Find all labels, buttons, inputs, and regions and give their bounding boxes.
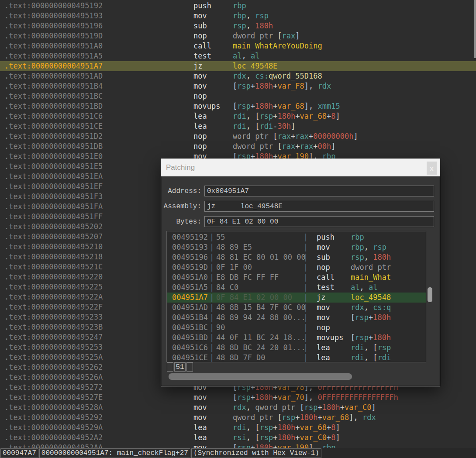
asm-operand: 180h bbox=[255, 21, 273, 30]
asm-row[interactable]: .text:00000000004951A5testal, al bbox=[0, 51, 476, 61]
spin-decrement-button[interactable] bbox=[167, 362, 173, 372]
asm-row[interactable]: .text:000000000049519Dnopdword ptr [rax] bbox=[0, 31, 476, 41]
asm-operand: [ bbox=[273, 132, 277, 141]
dialog-title: Patching bbox=[161, 163, 195, 172]
bytes-input[interactable] bbox=[204, 216, 434, 227]
asm-row[interactable]: .text:00000000004951A0callmain_WhatAreYo… bbox=[0, 41, 476, 51]
asm-operand: 00h bbox=[318, 142, 331, 151]
asm-operand: rdx bbox=[318, 82, 331, 90]
vertical-scrollbar-thumb[interactable] bbox=[428, 287, 432, 302]
main-scrollbar-thumb[interactable] bbox=[474, 0, 476, 58]
asm-operand: rsp bbox=[255, 11, 269, 20]
column-separator: | bbox=[299, 262, 312, 272]
hex-row[interactable]: 004951A0|E8 DB FC FF FF|callmain_What bbox=[167, 272, 426, 282]
asm-operand: + bbox=[273, 393, 277, 402]
asm-operand: cs: bbox=[255, 72, 269, 80]
asm-row[interactable]: .text:000000000049529Aleardi, [rsp+180h+… bbox=[0, 423, 476, 433]
asm-mnemonic: call bbox=[193, 41, 233, 51]
hex-operand: + bbox=[369, 313, 373, 323]
asm-row[interactable]: .text:000000000049528Amovrdx, qword ptr … bbox=[0, 403, 476, 413]
asm-mnemonic: movups bbox=[193, 101, 233, 111]
asm-address: .text:000000000049527E bbox=[4, 393, 193, 403]
hex-row[interactable]: 00495193|48 89 E5|movrbp, rsp bbox=[167, 242, 426, 252]
assembly-input[interactable] bbox=[204, 201, 434, 212]
asm-operand: rbp bbox=[233, 1, 246, 10]
bytes-label: Bytes: bbox=[161, 218, 201, 226]
hex-row[interactable]: 00495192|55|pushrbp bbox=[167, 232, 426, 242]
hex-row[interactable]: 00495196|48 81 EC 80 01 00 00|subrsp, 18… bbox=[167, 252, 426, 262]
asm-operand: + bbox=[273, 102, 277, 110]
dialog-titlebar[interactable]: Patching bbox=[161, 159, 440, 176]
asm-operand: 180h bbox=[277, 423, 295, 432]
asm-operand: rax bbox=[300, 142, 314, 151]
dialog-fields: Address: Assembly: Bytes: bbox=[161, 186, 440, 231]
hex-bytes: 90 bbox=[216, 323, 299, 333]
hex-address: 004951C6 bbox=[172, 343, 207, 353]
spin-increment-button[interactable] bbox=[186, 362, 193, 372]
status-location: 00000000004951A7: main_checkFlag+27 bbox=[39, 448, 190, 458]
hex-row[interactable]: 004951A7|0F 84 E1 02 00 00|jzloc_49548 bbox=[167, 293, 426, 303]
asm-mnemonic: lea bbox=[193, 121, 233, 131]
asm-row[interactable]: .text:000000000049527Emov[rsp+180h+var_7… bbox=[0, 393, 476, 403]
asm-row[interactable]: .text:0000000000495192pushrbp bbox=[0, 1, 476, 11]
asm-row[interactable]: .text:00000000004952A2learsi, [rsp+180h+… bbox=[0, 433, 476, 443]
asm-operand: rsp bbox=[237, 82, 251, 90]
asm-operand: var_70 bbox=[277, 393, 304, 402]
asm-operand: rdx bbox=[233, 72, 246, 80]
asm-row[interactable]: .text:0000000000495193movrbp, rsp bbox=[0, 11, 476, 21]
hex-bytes: 48 89 E5 bbox=[216, 242, 299, 252]
asm-address: .text:00000000004951BD bbox=[4, 101, 193, 111]
hex-operand: rbp bbox=[351, 242, 364, 252]
hex-row[interactable]: 004951B4|48 89 94 24 88 00...|mov[rsp+18… bbox=[167, 313, 426, 323]
hex-row[interactable]: 004951AD|48 8B 15 B4 7F 0C 00|movrdx, cs… bbox=[167, 303, 426, 313]
asm-operand: xmm15 bbox=[318, 102, 340, 110]
asm-row[interactable]: .text:00000000004951CEleardi, [rdi-30h] bbox=[0, 121, 476, 131]
asm-mnemonic: nop bbox=[193, 131, 233, 141]
asm-row[interactable]: .text:00000000004951B4mov[rsp+180h+var_F… bbox=[0, 81, 476, 91]
hex-row[interactable]: 004951BD|44 0F 11 BC 24 18...|movups[rsp… bbox=[167, 333, 426, 343]
hex-row[interactable]: 004951BC|90|nop bbox=[167, 323, 426, 333]
asm-mnemonic: test bbox=[193, 51, 233, 61]
hex-row[interactable]: 004951CE|48 8D 7F D0|leardi, [rdi bbox=[167, 353, 426, 362]
hex-row[interactable]: 004951C6|48 8D BC 24 20 01...|leardi, [r… bbox=[167, 343, 426, 353]
close-icon[interactable]: x bbox=[427, 162, 437, 175]
address-input[interactable] bbox=[204, 186, 434, 196]
asm-row[interactable]: .text:00000000004951ADmovrdx, cs:qword_5… bbox=[0, 71, 476, 81]
asm-operand: + bbox=[313, 142, 317, 151]
hex-row[interactable]: 004951A5|84 C0|testal, al bbox=[167, 282, 426, 293]
asm-operand: + bbox=[309, 132, 313, 141]
asm-mnemonic: sub bbox=[193, 21, 233, 31]
asm-row[interactable]: .text:0000000000495196subrsp, 180h bbox=[0, 21, 476, 31]
asm-row[interactable]: .text:00000000004951BCnop bbox=[0, 91, 476, 101]
asm-operand: + bbox=[251, 82, 255, 90]
asm-operand: rdi bbox=[233, 423, 246, 432]
asm-operand: rax bbox=[282, 142, 296, 151]
hex-operand: , bbox=[364, 303, 373, 313]
asm-operand: + bbox=[340, 403, 345, 412]
asm-mnemonic: lea bbox=[193, 423, 233, 433]
spin-value[interactable]: 51 bbox=[174, 362, 186, 372]
asm-row[interactable]: .text:00000000004951DBnopdword ptr [rax+… bbox=[0, 141, 476, 152]
asm-operand: rsp bbox=[259, 112, 273, 121]
asm-row[interactable]: .text:00000000004951D2nopword ptr [rax+r… bbox=[0, 131, 476, 141]
column-separator: | bbox=[299, 272, 312, 282]
dialog-hex-view[interactable]: 00495192|55|pushrbp00495193|48 89 E5|mov… bbox=[166, 231, 426, 362]
horizontal-scrollbar-thumb[interactable] bbox=[169, 373, 352, 380]
hex-mnemonic: call bbox=[317, 272, 351, 282]
column-separator: | bbox=[299, 252, 312, 262]
asm-row[interactable]: .text:0000000000495292movqword ptr [rsp+… bbox=[0, 413, 476, 423]
asm-row[interactable]: .text:00000000004951A7jzloc_49548E bbox=[0, 61, 476, 71]
asm-row[interactable]: .text:00000000004951C6leardi, [rsp+180h+… bbox=[0, 111, 476, 121]
asm-operand: 8 bbox=[331, 423, 335, 432]
hex-bytes: 48 8D BC 24 20 01... bbox=[216, 343, 299, 353]
asm-mnemonic: mov bbox=[193, 413, 233, 423]
hex-operand: 180h bbox=[373, 252, 391, 262]
asm-operand: qword ptr bbox=[233, 413, 277, 422]
asm-operand: + bbox=[273, 433, 277, 442]
hex-mnemonic: jz bbox=[317, 293, 351, 303]
hex-row[interactable]: 0049519D|0F 1F 00|nopdword ptr bbox=[167, 262, 426, 272]
asm-operand: ] bbox=[353, 132, 358, 141]
asm-operand: rdx bbox=[233, 403, 246, 412]
asm-operand: , bbox=[246, 21, 255, 30]
asm-row[interactable]: .text:00000000004951BDmovups[rsp+180h+va… bbox=[0, 101, 476, 111]
